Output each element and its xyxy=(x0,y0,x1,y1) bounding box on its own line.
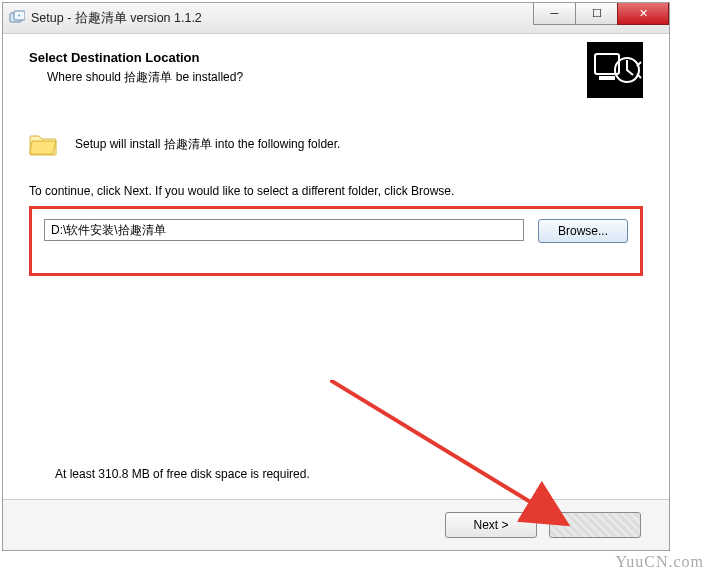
svg-point-2 xyxy=(18,15,20,17)
wizard-page: Select Destination Location Where should… xyxy=(3,34,669,499)
app-icon xyxy=(9,10,25,26)
minimize-button[interactable]: ─ xyxy=(533,3,576,25)
window-title: Setup - 拾趣清单 version 1.1.2 xyxy=(31,10,202,27)
watermark-text: YuuCN.com xyxy=(615,553,704,571)
install-intro-row: Setup will install 拾趣清单 into the followi… xyxy=(29,132,643,156)
close-icon: ✕ xyxy=(639,8,648,19)
destination-path-input[interactable] xyxy=(44,219,524,241)
wizard-button-bar: Next > ······ xyxy=(3,499,669,550)
destination-highlight: Browse... xyxy=(29,206,643,276)
maximize-button[interactable]: ☐ xyxy=(575,3,618,25)
close-button[interactable]: ✕ xyxy=(617,3,669,25)
install-intro-text: Setup will install 拾趣清单 into the followi… xyxy=(75,136,340,153)
page-heading: Select Destination Location xyxy=(29,50,643,65)
browse-button[interactable]: Browse... xyxy=(538,219,628,243)
next-button[interactable]: Next > xyxy=(445,512,537,538)
page-subheading: Where should 拾趣清单 be installed? xyxy=(47,69,643,86)
cancel-button[interactable]: ······ xyxy=(549,512,641,538)
minimize-icon: ─ xyxy=(551,8,559,19)
setup-graphic-icon xyxy=(587,42,643,98)
maximize-icon: ☐ xyxy=(592,8,602,19)
window-controls: ─ ☐ ✕ xyxy=(534,3,669,25)
title-bar: Setup - 拾趣清单 version 1.1.2 ─ ☐ ✕ xyxy=(3,3,669,34)
continue-hint: To continue, click Next. If you would li… xyxy=(29,184,643,198)
disk-space-text: At least 310.8 MB of free disk space is … xyxy=(55,467,310,481)
client-area: Select Destination Location Where should… xyxy=(3,34,669,550)
setup-window: Setup - 拾趣清单 version 1.1.2 ─ ☐ ✕ Select … xyxy=(2,2,670,551)
svg-rect-5 xyxy=(599,76,615,80)
folder-icon xyxy=(29,132,57,156)
